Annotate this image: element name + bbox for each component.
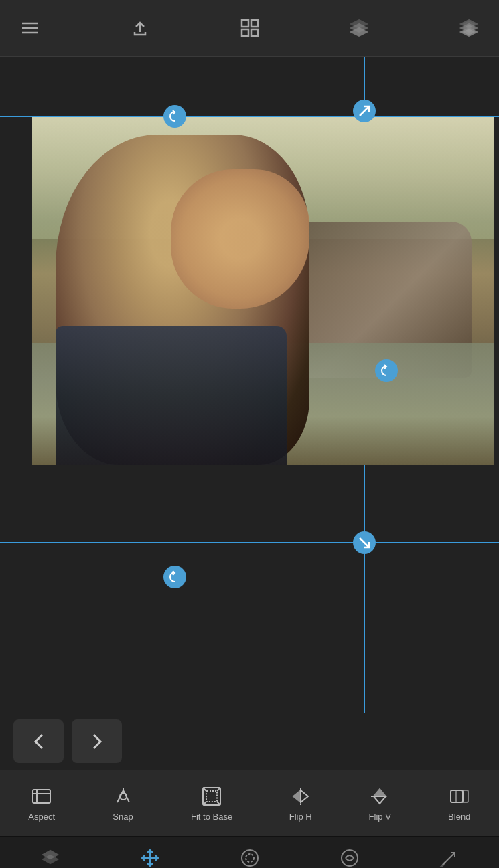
- corner-handle-top-right[interactable]: [353, 100, 376, 122]
- nav-tab-bar: Layers Transform Mask Filter: [0, 837, 499, 868]
- tab-layers[interactable]: Layers: [0, 847, 100, 869]
- tab-transform[interactable]: Transform: [100, 847, 200, 869]
- svg-rect-6: [242, 29, 248, 36]
- aspect-label: Aspect: [28, 812, 55, 822]
- rotation-handle-right[interactable]: [375, 359, 398, 382]
- next-button[interactable]: [72, 719, 122, 763]
- svg-marker-27: [374, 789, 386, 796]
- layers-stack-icon-1[interactable]: [342, 11, 376, 45]
- snap-label: Snap: [113, 812, 133, 822]
- svg-marker-40: [441, 862, 445, 866]
- selection-line-bottom: [0, 542, 499, 543]
- svg-point-37: [342, 850, 358, 866]
- svg-point-35: [242, 850, 258, 866]
- share-icon[interactable]: [123, 11, 157, 45]
- prev-button[interactable]: [13, 719, 64, 763]
- aspect-tool[interactable]: Aspect: [28, 785, 55, 822]
- flip-h-label: Flip H: [289, 812, 312, 822]
- flip-v-tool[interactable]: Flip V: [368, 785, 391, 822]
- flip-v-label: Flip V: [369, 812, 391, 822]
- toolbar-center: [233, 11, 267, 45]
- tab-editor[interactable]: Editor: [399, 847, 499, 869]
- canvas-image: [32, 117, 494, 465]
- nav-arrows: [0, 713, 499, 770]
- svg-point-36: [246, 854, 254, 862]
- svg-marker-25: [301, 790, 308, 802]
- fit-to-base-label: Fit to Base: [191, 812, 232, 822]
- svg-rect-22: [206, 791, 217, 802]
- layers-stack-icon-2[interactable]: [452, 11, 486, 45]
- svg-rect-7: [251, 29, 258, 36]
- fit-to-base-tool[interactable]: Fit to Base: [191, 785, 232, 822]
- bottom-tools: Aspect Snap Fit to Base Flip H: [0, 770, 499, 837]
- tab-mask[interactable]: Mask: [200, 847, 299, 869]
- flip-h-tool[interactable]: Flip H: [289, 785, 312, 822]
- svg-rect-5: [251, 20, 258, 27]
- corner-handle-bottom-right[interactable]: [353, 531, 376, 554]
- tab-filter[interactable]: Filter: [299, 847, 399, 869]
- grid-icon[interactable]: [233, 11, 267, 45]
- svg-marker-24: [293, 790, 301, 802]
- top-toolbar: [0, 0, 499, 57]
- rotation-handle-bottom[interactable]: [163, 566, 186, 588]
- blend-label: Blend: [448, 812, 470, 822]
- snap-tool[interactable]: Snap: [112, 785, 135, 822]
- svg-rect-16: [33, 790, 50, 803]
- rotation-handle-top[interactable]: [163, 105, 186, 128]
- svg-line-15: [360, 538, 369, 547]
- blend-tool[interactable]: Blend: [448, 785, 471, 822]
- canvas-area: [0, 57, 499, 713]
- list-icon[interactable]: [13, 11, 47, 45]
- svg-rect-4: [242, 20, 248, 27]
- svg-line-14: [360, 106, 369, 116]
- svg-marker-28: [374, 796, 386, 804]
